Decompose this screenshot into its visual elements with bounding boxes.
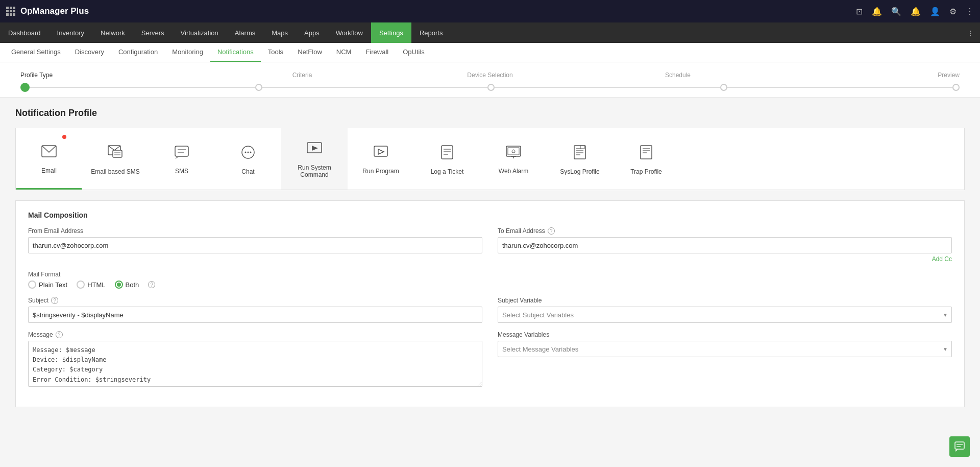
top-bar-right: ⊡ 🔔 🔍 🔔 👤 ⚙ ⋮ [856, 7, 974, 16]
nav-maps[interactable]: Maps [263, 22, 296, 43]
profile-card-run-program[interactable]: Run Program [348, 128, 414, 190]
mail-format-help-icon[interactable]: ? [148, 281, 155, 288]
subject-label: Subject ? [28, 297, 482, 304]
message-help-icon[interactable]: ? [56, 331, 63, 338]
profile-card-trap[interactable]: Trap Profile [613, 128, 679, 190]
svg-rect-5 [175, 146, 188, 156]
subject-input[interactable] [28, 307, 482, 323]
wizard-dot-4[interactable] [720, 84, 727, 91]
mail-format-radio-group: Plain Text HTML Both ? [28, 281, 952, 289]
subnav-netflow[interactable]: NetFlow [290, 43, 329, 62]
subnav-configuration[interactable]: Configuration [111, 43, 165, 62]
wizard-line-4 [727, 87, 953, 88]
subject-variable-wrapper: Select Subject Variables ▼ [498, 307, 952, 323]
run-program-icon [374, 146, 388, 162]
svg-rect-15 [374, 146, 387, 156]
subnav-oputils[interactable]: OpUtils [396, 43, 432, 62]
email-sms-label: Email based SMS [91, 168, 139, 175]
wizard-dot-5[interactable] [952, 84, 960, 91]
radio-plain-text-circle [28, 281, 36, 289]
nav-network[interactable]: Network [92, 22, 133, 43]
nav-settings[interactable]: Settings [371, 22, 411, 43]
from-email-input[interactable] [28, 237, 482, 253]
nav-workflow[interactable]: Workflow [328, 22, 371, 43]
web-alarm-label: Web Alarm [499, 168, 528, 175]
mail-format-label: Mail Format [28, 271, 952, 278]
run-program-label: Run Program [362, 168, 399, 175]
to-email-input[interactable] [498, 237, 952, 253]
nav-alarms[interactable]: Alarms [227, 22, 263, 43]
radio-both-label: Both [126, 281, 139, 289]
nav-more[interactable]: ⋮ [961, 22, 980, 43]
sub-nav: General Settings Discovery Configuration… [0, 43, 980, 62]
wizard-dot-3[interactable] [487, 84, 495, 91]
subnav-discovery[interactable]: Discovery [68, 43, 111, 62]
more-icon[interactable]: ⋮ [966, 7, 974, 16]
email-sms-icon [108, 145, 123, 163]
radio-html[interactable]: HTML [77, 281, 105, 289]
svg-marker-16 [378, 149, 384, 154]
profile-card-chat[interactable]: Chat [215, 128, 281, 190]
svg-rect-17 [442, 146, 453, 159]
to-email-help-icon[interactable]: ? [548, 227, 555, 235]
svg-rect-31 [580, 146, 584, 149]
notification-icon[interactable]: 🔔 [872, 7, 882, 16]
wizard-line-1 [30, 87, 255, 88]
profile-card-run-system[interactable]: Run System Command [281, 128, 348, 190]
mail-format-group: Mail Format Plain Text HTML Both ? [28, 271, 952, 289]
wizard-dot-1[interactable] [20, 83, 30, 92]
run-system-icon [307, 142, 322, 159]
wizard-line-2 [262, 87, 488, 88]
app-logo: OpManager Plus [20, 6, 89, 16]
email-badge [62, 135, 66, 139]
nav-reports[interactable]: Reports [411, 22, 451, 43]
radio-plain-text[interactable]: Plain Text [28, 281, 67, 289]
subnav-notifications[interactable]: Notifications [210, 43, 261, 62]
alert-bell-icon[interactable]: 🔔 [911, 7, 921, 16]
svg-point-11 [248, 151, 249, 153]
grid-icon[interactable] [6, 7, 15, 16]
screen-icon[interactable]: ⊡ [856, 7, 863, 16]
email-addresses-row: From Email Address To Email Address ? Ad… [28, 227, 952, 263]
subject-variable-select[interactable]: Select Subject Variables [498, 307, 952, 323]
subject-help-icon[interactable]: ? [51, 297, 58, 304]
radio-both[interactable]: Both [115, 281, 139, 289]
profile-card-email-sms[interactable]: Email based SMS [82, 128, 149, 190]
chat-button[interactable] [949, 436, 970, 457]
nav-dashboard[interactable]: Dashboard [0, 22, 49, 43]
nav-virtualization[interactable]: Virtualization [173, 22, 227, 43]
wizard-label-preview: Preview [772, 72, 960, 79]
profile-card-email[interactable]: Email [16, 128, 82, 190]
settings-icon[interactable]: ⚙ [949, 7, 957, 16]
subnav-tools[interactable]: Tools [261, 43, 290, 62]
svg-point-12 [250, 151, 252, 153]
search-icon[interactable]: 🔍 [891, 7, 901, 16]
add-cc-link[interactable]: Add Cc [498, 255, 952, 263]
radio-html-label: HTML [87, 281, 105, 289]
profile-card-log-ticket[interactable]: Log a Ticket [414, 128, 480, 190]
wizard-label-profile-type: Profile Type [20, 72, 208, 79]
subnav-ncm[interactable]: NCM [329, 43, 359, 62]
run-system-label: Run System Command [286, 164, 343, 178]
wizard-dot-2[interactable] [255, 84, 262, 91]
from-email-label: From Email Address [28, 227, 482, 235]
user-icon[interactable]: 👤 [930, 7, 940, 16]
profile-card-web-alarm[interactable]: Web Alarm [480, 128, 547, 190]
chat-icon [241, 145, 255, 163]
svg-rect-32 [641, 146, 652, 159]
profile-card-syslog[interactable]: SysLog Profile [547, 128, 613, 190]
web-alarm-icon [506, 146, 521, 162]
nav-inventory[interactable]: Inventory [49, 22, 92, 43]
radio-html-circle [77, 281, 85, 289]
nav-servers[interactable]: Servers [133, 22, 173, 43]
message-textarea[interactable]: Message: $message Device: $displayName C… [28, 341, 482, 387]
message-variable-select[interactable]: Select Message Variables [498, 341, 952, 357]
log-ticket-label: Log a Ticket [431, 168, 464, 175]
subnav-monitoring[interactable]: Monitoring [165, 43, 210, 62]
subnav-general-settings[interactable]: General Settings [4, 43, 68, 62]
subnav-firewall[interactable]: Firewall [358, 43, 396, 62]
subject-variable-group: Subject Variable Select Subject Variable… [498, 297, 952, 323]
nav-apps[interactable]: Apps [296, 22, 328, 43]
page-title: Notification Profile [15, 108, 965, 119]
profile-card-sms[interactable]: SMS [149, 128, 215, 190]
